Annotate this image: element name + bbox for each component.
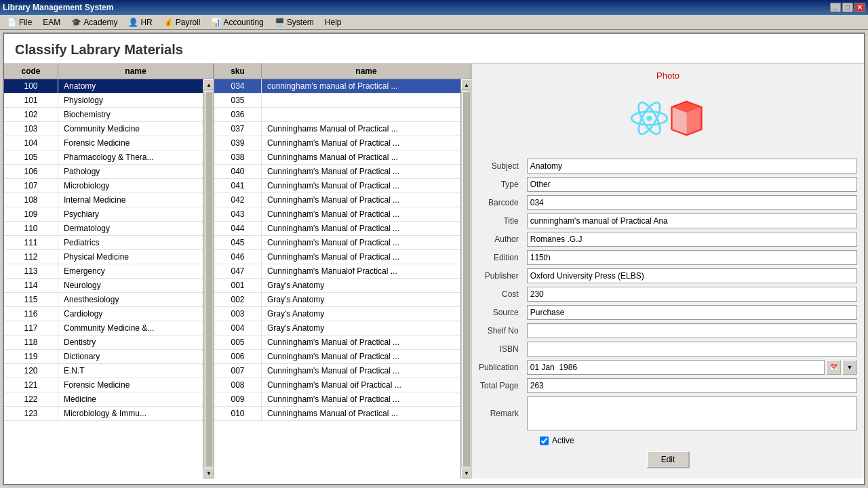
menu-academy[interactable]: 🎓 Academy <box>66 16 123 28</box>
svg-point-3 <box>647 115 652 121</box>
category-table-scroll[interactable]: 100Anatomy 101Physiology 102Biochemistry… <box>4 79 203 479</box>
calendar-dropdown-btn[interactable]: ▼ <box>842 360 857 375</box>
menu-accounting[interactable]: 📊 Accounting <box>205 16 269 28</box>
table-row[interactable]: 002Gray's Anatomy <box>214 293 460 307</box>
menu-hr[interactable]: 👤 HR <box>123 16 157 28</box>
cost-input[interactable] <box>527 287 857 302</box>
react-icon <box>631 100 668 137</box>
table-row[interactable]: 108Internal Medicine <box>4 193 203 207</box>
table-row[interactable]: 045Cunningham's Manual of Practical ... <box>214 236 460 250</box>
remark-textarea[interactable] <box>527 396 857 430</box>
table-row[interactable]: 100Anatomy <box>4 79 203 94</box>
table-row[interactable]: 006Cunningham's Manual of Practical ... <box>214 350 460 364</box>
table-row[interactable]: 040Cunningham's Manual of Practical ... <box>214 165 460 179</box>
table-row[interactable]: 109Psychiary <box>4 207 203 222</box>
sku-scroll-down-btn[interactable]: ▼ <box>461 468 471 479</box>
menu-eam[interactable]: EAM <box>37 16 66 28</box>
scroll-down-btn[interactable]: ▼ <box>203 468 214 479</box>
table-row[interactable]: 035 <box>214 94 460 108</box>
system-icon: 🖥️ <box>275 18 285 27</box>
minimize-button[interactable]: _ <box>830 3 841 12</box>
scroll-thumb[interactable] <box>205 92 212 466</box>
total-page-input[interactable] <box>527 378 857 393</box>
shelf-no-input[interactable] <box>527 323 857 338</box>
table-row[interactable]: 111Pediatrics <box>4 236 203 250</box>
table-row[interactable]: 104Forensic Medicine <box>4 136 203 150</box>
table-row[interactable]: 001Gray's Anatomy <box>214 279 460 293</box>
table-row[interactable]: 010Cunninghams Manual of Practical ... <box>214 407 460 421</box>
table-row[interactable]: 003Gray's Anatomy <box>214 307 460 321</box>
table-row[interactable]: 046Cunningham's Manual of Practical ... <box>214 250 460 264</box>
table-row[interactable]: 034cunningham's manual of Practical ... <box>214 79 460 94</box>
title-bar-buttons: _ □ ✕ <box>830 3 865 12</box>
main-window: Classify Labrary Materials code name 100… <box>3 33 865 485</box>
table-row[interactable]: 043Cunningham's Manual of Practical ... <box>214 207 460 222</box>
right-panel: Photo <box>472 64 864 479</box>
table-row[interactable]: 102Biochemistry <box>4 108 203 122</box>
table-row[interactable]: 008Cunningham's Manual oif Practical ... <box>214 378 460 392</box>
table-row[interactable]: 106Pathology <box>4 165 203 179</box>
publisher-input[interactable] <box>527 268 857 283</box>
table-row[interactable]: 112Physical Medicine <box>4 250 203 264</box>
table-row[interactable]: 042Cunningham's Manual of Practical ... <box>214 193 460 207</box>
calendar-button[interactable]: 📅 <box>826 360 841 375</box>
photo-label: Photo <box>479 70 857 81</box>
table-row[interactable]: 103Community Medicine <box>4 122 203 136</box>
table-row[interactable]: 004Gray's Anatomy <box>214 321 460 336</box>
sku-scroll-up-btn[interactable]: ▲ <box>461 79 471 90</box>
table-row[interactable]: 120E.N.T <box>4 364 203 378</box>
table-row[interactable]: 005Cunningham's Manual of Practical ... <box>214 336 460 350</box>
table-row[interactable]: 041Cunningham's Manual of Practical ... <box>214 179 460 193</box>
table-row[interactable]: 110Dermatology <box>4 222 203 236</box>
table-row[interactable]: 119Dictionary <box>4 350 203 364</box>
table-row[interactable]: 117Community Medicine &... <box>4 321 203 336</box>
table-row[interactable]: 101Physiology <box>4 94 203 108</box>
table-row[interactable]: 105Pharmacology & Thera... <box>4 150 203 165</box>
table-row[interactable]: 007Cunningham's Manual of Practical ... <box>214 364 460 378</box>
table-row[interactable]: 038Cunninghams Manual of Practical ... <box>214 150 460 165</box>
table-row[interactable]: 107Microbiology <box>4 179 203 193</box>
isbn-input[interactable] <box>527 342 857 357</box>
menu-help[interactable]: Help <box>319 16 347 28</box>
publication-label: Publication <box>479 363 521 372</box>
active-checkbox[interactable] <box>540 436 549 445</box>
edition-input[interactable] <box>527 250 857 265</box>
source-input[interactable] <box>527 305 857 320</box>
hr-icon: 👤 <box>128 18 138 27</box>
type-input[interactable] <box>527 177 857 192</box>
barcode-input[interactable] <box>527 195 857 210</box>
table-row[interactable]: 113Emergency <box>4 264 203 279</box>
scroll-up-btn[interactable]: ▲ <box>203 79 214 90</box>
sku-scroll-thumb[interactable] <box>462 92 470 466</box>
menu-payroll[interactable]: 💰 Payroll <box>158 16 206 28</box>
maximize-button[interactable]: □ <box>842 3 853 12</box>
payroll-icon: 💰 <box>163 18 174 27</box>
table-row[interactable]: 116Cardiology <box>4 307 203 321</box>
category-scrollbar[interactable]: ▲ ▼ <box>203 79 214 479</box>
file-icon: 📄 <box>7 18 17 27</box>
table-row[interactable]: 009Cunningham's Manual of Practical ... <box>214 392 460 407</box>
close-button[interactable]: ✕ <box>854 3 865 12</box>
table-row[interactable]: 044Cunningham's Manual of Practical ... <box>214 222 460 236</box>
subject-input[interactable] <box>527 159 857 174</box>
author-input[interactable] <box>527 232 857 247</box>
author-label: Author <box>479 235 521 244</box>
menu-system[interactable]: 🖥️ System <box>269 16 319 28</box>
sku-scrollbar[interactable]: ▲ ▼ <box>460 79 471 479</box>
table-row[interactable]: 118Dentistry <box>4 336 203 350</box>
table-row[interactable]: 037Cunninghams Manual of Practical ... <box>214 122 460 136</box>
table-row[interactable]: 039Cunningham's Manual of Practical ... <box>214 136 460 150</box>
table-row[interactable]: 114Neurology <box>4 279 203 293</box>
sku-table-scroll[interactable]: 034cunningham's manual of Practical ... … <box>214 79 460 479</box>
menu-file[interactable]: 📄 File <box>1 16 37 28</box>
table-row[interactable]: 121Forensic Medicine <box>4 378 203 392</box>
table-row[interactable]: 047Cunningham's Manualof Practical ... <box>214 264 460 279</box>
edit-button[interactable]: Edit <box>646 451 690 468</box>
table-row[interactable]: 036 <box>214 108 460 122</box>
table-row[interactable]: 115Anesthesiology <box>4 293 203 307</box>
title-input[interactable] <box>527 214 857 228</box>
left-panel: code name 100Anatomy 101Physiology 102Bi… <box>4 64 472 479</box>
publication-date-input[interactable] <box>527 360 825 375</box>
table-row[interactable]: 123Microbiology & Immu... <box>4 407 203 421</box>
table-row[interactable]: 122Medicine <box>4 392 203 407</box>
